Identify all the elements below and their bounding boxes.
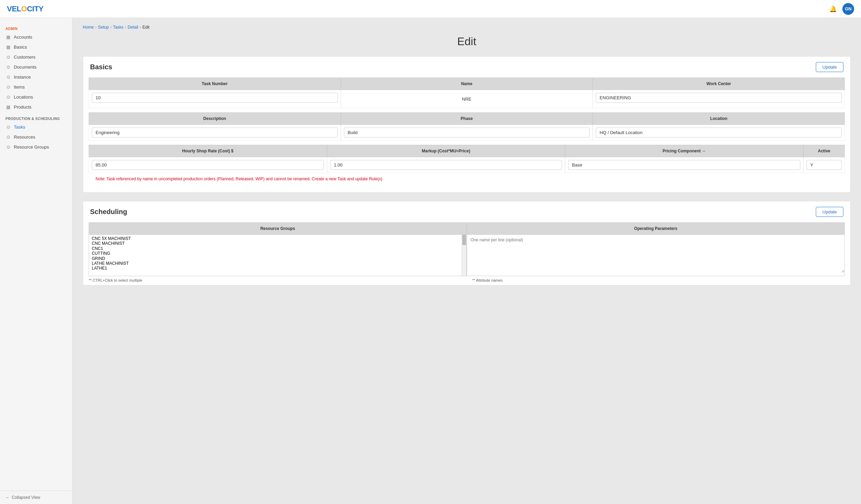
customers-icon: ⊙ [6,54,11,60]
resources-icon: ⊙ [6,134,11,140]
work-center-cell [593,90,845,108]
task-number-input[interactable] [92,93,338,103]
user-avatar[interactable]: GN [842,3,854,15]
scheduling-grid: Resource Groups CNC 5X MACHINIST CNC MAC… [89,222,845,276]
work-center-input[interactable] [596,93,842,103]
sidebar-item-instance[interactable]: ⊙ Instance [0,72,72,82]
basics-row3-values [89,157,845,173]
name-cell: NRE [341,90,593,108]
markup-input[interactable] [330,160,562,170]
scroll-bar[interactable] [462,235,466,276]
breadcrumb-sep: › [95,25,97,30]
breadcrumb-detail[interactable]: Detail [128,25,138,30]
active-header: Active [803,145,845,157]
sidebar-item-products[interactable]: ▦ Products [0,102,72,112]
top-navigation: VELOCITY 🔔 GN [0,0,861,18]
description-cell [89,125,341,141]
sidebar-item-label: Basics [14,44,27,50]
resource-group-option[interactable]: CNC 5X MACHINIST [92,236,459,241]
sidebar-item-resources[interactable]: ⊙ Resources [0,132,72,142]
basics-row1-headers: Task Number Name Work Center [89,78,845,90]
collapsed-view-toggle[interactable]: ← Collapsed View [0,491,72,504]
sidebar-item-locations[interactable]: ⊙ Locations [0,92,72,102]
sidebar-item-documents[interactable]: ⊙ Documents [0,62,72,72]
sidebar-item-label: Tasks [14,124,25,130]
arrow-left-icon: ← [6,495,10,500]
sidebar-item-label: Documents [14,64,37,70]
active-cell [803,157,845,173]
resource-group-option[interactable]: LATHE MACHINIST [92,261,459,266]
task-number-header: Task Number [89,78,341,90]
resource-group-option[interactable]: CUTTING [92,251,459,256]
operating-parameters-textarea[interactable] [467,235,844,273]
sidebar-item-items[interactable]: ⊙ Items [0,82,72,92]
logo-text: VELOCITY [7,4,43,13]
pricing-component-header: Pricing Component ↔ [565,145,803,157]
pricing-component-input[interactable] [568,160,800,170]
resource-group-option[interactable]: LATHE1 [92,266,459,271]
sidebar-item-label: Products [14,104,31,110]
ctrl-click-note: ** CTRL+Click to select multiple [83,276,467,285]
resource-groups-icon: ⊙ [6,144,11,150]
hourly-shop-rate-input[interactable] [92,160,324,170]
pricing-component-cell [565,157,803,173]
name-header: Name [341,78,593,90]
breadcrumb-setup[interactable]: Setup [98,25,109,30]
hourly-shop-rate-header: Hourly Shop Rate (Cost) $ [89,145,327,157]
breadcrumb-home[interactable]: Home [83,25,94,30]
phase-input[interactable] [344,128,590,138]
basics-table: Task Number Name Work Center NRE [83,78,850,192]
tasks-icon: ⊙ [6,124,11,130]
breadcrumb-sep: › [140,25,141,30]
basics-icon: ▦ [6,44,11,50]
scheduling-section-header: Scheduling Update [83,201,850,222]
locations-icon: ⊙ [6,94,11,100]
operating-parameters-body [467,235,845,276]
resource-groups-body: CNC 5X MACHINIST CNC MACHINIST CNC1 CUTT… [89,235,467,276]
task-number-cell [89,90,341,108]
sidebar-item-customers[interactable]: ⊙ Customers [0,52,72,62]
breadcrumb-current: Edit [142,25,150,30]
sidebar: ADMIN ▦ Accounts ▦ Basics ⊙ Customers ⊙ … [0,18,72,504]
basics-section-header: Basics Update [83,57,850,78]
resource-groups-column: Resource Groups CNC 5X MACHINIST CNC MAC… [89,222,467,276]
basics-row2-headers: Description Phase Location [89,112,845,125]
location-cell [593,125,845,141]
breadcrumb-tasks[interactable]: Tasks [113,25,123,30]
active-input[interactable] [806,160,842,170]
scroll-thumb [462,235,466,245]
markup-cell [327,157,565,173]
resource-group-option[interactable]: GRIND [92,256,459,261]
admin-section-label: ADMIN [0,23,72,32]
basics-row3-headers: Hourly Shop Rate (Cost) $ Markup (Cost*M… [89,145,845,157]
location-input[interactable] [596,128,842,138]
markup-header: Markup (Cost*MU=Price) [327,145,565,157]
resource-group-option[interactable]: CNC MACHINIST [92,241,459,246]
basics-row1-values: NRE [89,90,845,108]
sidebar-item-tasks[interactable]: ⊙ Tasks [0,122,72,132]
logo: VELOCITY [7,4,43,13]
scheduling-update-button[interactable]: Update [816,207,843,217]
basics-row2-values [89,125,845,141]
scheduling-section-title: Scheduling [90,208,127,216]
breadcrumb: Home › Setup › Tasks › Detail › Edit [83,25,851,30]
collapsed-view-label: Collapsed View [12,495,40,500]
topnav-right: 🔔 GN [829,3,854,15]
sidebar-item-resource-groups[interactable]: ⊙ Resource Groups [0,142,72,152]
description-input[interactable] [92,128,338,138]
documents-icon: ⊙ [6,64,11,70]
basics-section-title: Basics [90,63,112,71]
sidebar-item-accounts[interactable]: ▦ Accounts [0,32,72,42]
scheduling-section-card: Scheduling Update Resource Groups CNC 5X… [83,201,851,285]
task-rename-note: Note: Task referenced by name in uncompl… [89,173,845,187]
items-icon: ⊙ [6,84,11,90]
sidebar-item-basics[interactable]: ▦ Basics [0,42,72,52]
resource-groups-select[interactable]: CNC 5X MACHINIST CNC MACHINIST CNC1 CUTT… [89,235,462,273]
basics-update-button[interactable]: Update [816,62,843,72]
notification-bell-icon[interactable]: 🔔 [829,5,837,13]
resource-group-option[interactable]: CNC1 [92,246,459,251]
work-center-header: Work Center [593,78,845,90]
attr-names-note: ** Attribute names [467,276,850,285]
phase-cell [341,125,593,141]
sidebar-item-label: Accounts [14,34,32,40]
